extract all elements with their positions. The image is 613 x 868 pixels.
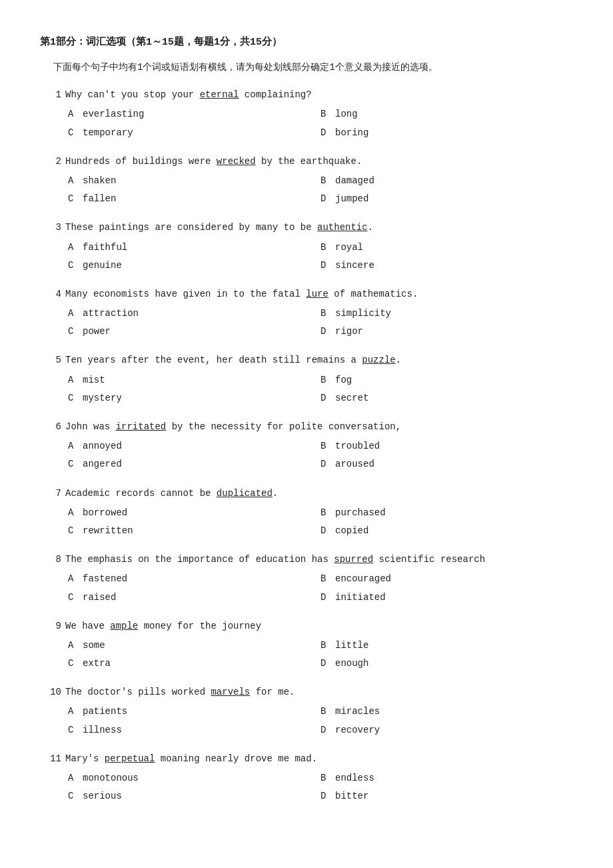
option-text: secret: [335, 390, 368, 407]
option-text: power: [83, 323, 111, 340]
option-text: illness: [83, 722, 122, 739]
option-letter: B: [320, 173, 331, 189]
option-letter: C: [68, 722, 79, 739]
option-4-B: Bsimplicity: [320, 305, 573, 322]
option-1-D: Dboring: [320, 125, 573, 141]
option-text: mist: [83, 372, 105, 389]
question-block-3: 3These paintings are considered by many …: [47, 219, 573, 274]
option-letter: C: [68, 323, 79, 340]
option-text: troubled: [335, 438, 380, 455]
option-text: encouraged: [335, 571, 391, 587]
option-letter: B: [320, 372, 331, 389]
options-grid-4: AattractionBsimplicityCpowerDrigor: [68, 305, 573, 340]
option-6-B: Btroubled: [320, 438, 573, 455]
option-2-C: Cfallen: [68, 191, 320, 207]
option-8-B: Bencouraged: [320, 571, 573, 587]
option-letter: B: [320, 239, 331, 256]
question-line-10: 10The doctor's pills worked marvels for …: [47, 684, 573, 701]
option-6-D: Daroused: [320, 456, 573, 473]
question-underlined-6: irritated: [116, 421, 167, 432]
option-text: serious: [83, 788, 122, 805]
options-grid-1: AeverlastingBlongCtemporaryDboring: [68, 106, 573, 141]
question-number-6: 6: [47, 419, 61, 435]
option-8-D: Dinitiated: [320, 589, 573, 606]
question-number-1: 1: [47, 87, 61, 103]
question-text-6: John was irritated by the necessity for …: [65, 419, 573, 435]
option-1-C: Ctemporary: [68, 125, 320, 141]
option-9-C: Cextra: [68, 655, 320, 672]
question-line-5: 5Ten years after the event, her death st…: [47, 352, 573, 369]
option-text: long: [335, 106, 358, 123]
option-2-D: Djumped: [320, 191, 573, 207]
option-text: borrowed: [83, 505, 127, 521]
question-line-1: 1Why can't you stop your eternal complai…: [47, 87, 573, 103]
option-text: damaged: [335, 173, 374, 189]
option-5-B: Bfog: [320, 372, 573, 389]
option-text: patients: [83, 703, 127, 720]
option-4-C: Cpower: [68, 323, 320, 340]
option-text: genuine: [83, 257, 122, 274]
question-text-11: Mary's perpetual moaning nearly drove me…: [65, 751, 573, 767]
question-text-8: The emphasis on the importance of educat…: [65, 551, 573, 568]
option-text: simplicity: [335, 305, 391, 322]
option-text: initiated: [335, 589, 386, 606]
options-grid-10: ApatientsBmiraclesCillnessDrecovery: [68, 703, 573, 738]
question-number-2: 2: [47, 153, 61, 170]
option-letter: D: [320, 456, 331, 473]
option-text: recovery: [335, 722, 380, 739]
option-1-A: Aeverlasting: [68, 106, 320, 123]
option-letter: C: [68, 589, 79, 606]
option-text: royal: [335, 239, 363, 256]
question-underlined-7: duplicated: [217, 488, 273, 499]
option-5-D: Dsecret: [320, 390, 573, 407]
option-letter: A: [68, 239, 79, 256]
option-letter: D: [320, 523, 331, 539]
option-letter: C: [68, 523, 79, 539]
option-letter: A: [68, 173, 79, 189]
option-text: copied: [335, 523, 368, 539]
option-text: annoyed: [83, 438, 122, 455]
question-line-9: 9We have ample money for the journey: [47, 618, 573, 635]
option-letter: B: [320, 703, 331, 720]
option-10-B: Bmiracles: [320, 703, 573, 720]
question-block-5: 5Ten years after the event, her death st…: [47, 352, 573, 407]
question-underlined-8: spurred: [334, 554, 373, 565]
question-underlined-3: authentic: [317, 222, 368, 233]
question-text-2: Hundreds of buildings were wrecked by th…: [65, 153, 573, 170]
option-text: sincere: [335, 257, 374, 274]
option-letter: D: [320, 722, 331, 739]
option-letter: A: [68, 372, 79, 389]
option-text: endless: [335, 770, 374, 787]
option-letter: A: [68, 637, 79, 654]
option-letter: D: [320, 788, 331, 805]
option-1-B: Blong: [320, 106, 573, 123]
options-grid-11: AmonotonousBendlessCseriousDbitter: [68, 770, 573, 805]
option-11-C: Cserious: [68, 788, 320, 805]
instruction: 下面每个句子中均有1个词或短语划有横线，请为每处划线部分确定1个意义最为接近的选…: [53, 59, 573, 76]
question-block-4: 4Many economists have given in to the fa…: [47, 286, 573, 341]
option-7-A: Aborrowed: [68, 505, 320, 521]
option-letter: A: [68, 438, 79, 455]
option-text: shaken: [83, 173, 116, 189]
option-text: monotonous: [83, 770, 139, 787]
option-letter: D: [320, 323, 331, 340]
option-letter: D: [320, 125, 331, 141]
option-letter: D: [320, 191, 331, 207]
option-text: rewritten: [83, 523, 133, 539]
option-11-A: Amonotonous: [68, 770, 320, 787]
option-text: extra: [83, 655, 111, 672]
option-9-D: Denough: [320, 655, 573, 672]
option-11-D: Dbitter: [320, 788, 573, 805]
option-letter: C: [68, 456, 79, 473]
question-underlined-11: perpetual: [105, 753, 155, 764]
option-5-C: Cmystery: [68, 390, 320, 407]
option-4-A: Aattraction: [68, 305, 320, 322]
question-line-4: 4Many economists have given in to the fa…: [47, 286, 573, 303]
option-letter: A: [68, 770, 79, 787]
option-letter: C: [68, 125, 79, 141]
option-letter: B: [320, 438, 331, 455]
option-3-A: Afaithful: [68, 239, 320, 256]
option-text: enough: [335, 655, 368, 672]
question-block-9: 9We have ample money for the journeyAsom…: [47, 618, 573, 673]
section-title: 第1部分：词汇选项（第1～15题，每题1分，共15分）: [40, 33, 573, 51]
